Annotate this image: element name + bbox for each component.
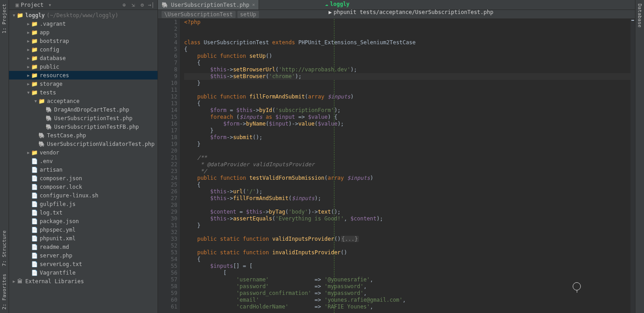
project-sidebar: ▣ Project ▾ ⊕ ⇲ ⚙ →| ▼ 📁 loggly (~/Deskt… <box>9 0 158 313</box>
file-icon: 📄 <box>31 227 38 233</box>
gutter-line: 55 <box>158 263 177 270</box>
gutter-line: 8 <box>158 66 177 73</box>
tree-item-label: resources <box>40 72 69 79</box>
gutter-line: 11 <box>158 87 177 93</box>
project-path: (~/Desktop/www/loggly) <box>46 12 118 19</box>
tree-item[interactable]: 📄log.txt <box>9 208 158 217</box>
tree-item-label: server.php <box>40 252 72 259</box>
file-icon: 🐘 <box>45 115 52 121</box>
dropdown-icon[interactable]: ▾ <box>46 1 54 9</box>
file-icon: 🐘 <box>45 107 52 113</box>
tree-item-label: app <box>40 29 50 36</box>
gutter-line: 16 <box>158 121 177 127</box>
gear-icon[interactable]: ⚙ <box>139 1 146 9</box>
code[interactable]: <?php class UserSubscriptionTest extends… <box>181 19 635 313</box>
gutter-line: 24 <box>158 175 177 182</box>
gutter-line: 53 <box>158 249 177 256</box>
tree-item[interactable]: 📄gulpfile.js <box>9 200 158 208</box>
gutter-line: 17 <box>158 127 177 134</box>
tree-item[interactable]: 📄phpspec.yml <box>9 225 158 234</box>
left-rail-favorites[interactable]: 2: Favorites <box>0 270 8 313</box>
tree-item[interactable]: ▶📁vendor <box>9 148 158 157</box>
gutter-line: 22 <box>158 161 177 168</box>
gutter-line: 2 <box>158 26 177 33</box>
tree-item[interactable]: 🐘UserSubscriptionValidatorTest.php <box>9 140 158 148</box>
tree-arrow-icon[interactable]: ▶ <box>26 56 31 61</box>
file-icon: 📄 <box>31 167 38 173</box>
tree-item-label: UserSubscriptionValidatorTest.php <box>47 141 154 147</box>
tree-item-label: composer.json <box>40 175 82 182</box>
left-rail-structure[interactable]: 7: Structure <box>0 227 8 270</box>
file-icon: 📄 <box>31 235 38 242</box>
breadcrumb-class[interactable]: \UserSubscriptionTest <box>162 11 236 18</box>
tab-label: UserSubscriptionTest.php <box>171 2 249 8</box>
tree-item[interactable]: 📄.env <box>9 157 158 165</box>
tree-arrow-icon[interactable]: ▶ <box>26 30 31 35</box>
file-icon: 📄 <box>31 270 38 276</box>
tree-item[interactable]: 📄package.json <box>9 217 158 225</box>
tree-item[interactable]: 📄phpunit.xml <box>9 234 158 243</box>
gutter-line: 21 <box>158 154 177 161</box>
tree-item[interactable]: 📄serverLog.txt <box>9 260 158 268</box>
project-tree[interactable]: ▼ 📁 loggly (~/Desktop/www/loggly) ▶📁.vag… <box>9 10 158 313</box>
tree-item[interactable]: 🐘TestCase.php <box>9 131 158 140</box>
folder-icon: 📁 <box>31 72 38 79</box>
collapse-icon[interactable]: ⇲ <box>130 1 137 9</box>
cursor-indicator <box>573 282 581 290</box>
file-icon: 📄 <box>31 218 38 224</box>
minimap[interactable] <box>630 19 635 313</box>
tree-arrow-icon[interactable]: ▶ <box>26 47 31 52</box>
tree-arrow-icon[interactable]: ▶ <box>26 73 31 78</box>
tree-item[interactable]: 📄configure-linux.sh <box>9 191 158 200</box>
tree-arrow-icon[interactable]: ▼ <box>33 99 38 103</box>
gutter-line: 56 <box>158 270 177 276</box>
tree-item[interactable]: ▶📁database <box>9 54 158 62</box>
file-icon: 📄 <box>31 261 38 267</box>
tree-arrow-icon[interactable]: ▶ <box>26 22 31 26</box>
tree-item[interactable]: ▶📁bootstrap <box>9 37 158 45</box>
tree-item[interactable]: 📄server.php <box>9 251 158 260</box>
tree-item[interactable]: ▶📁resources <box>9 71 158 79</box>
tree-item[interactable]: 📄Vagrantfile <box>9 268 158 277</box>
tree-item[interactable]: 📄readme.md <box>9 243 158 251</box>
tree-item[interactable]: ▶📁storage <box>9 79 158 88</box>
hide-icon[interactable]: →| <box>148 1 155 9</box>
tree-item-label: phpunit.xml <box>40 235 75 242</box>
tree-external-libs[interactable]: ▶ 🏛 External Libraries <box>9 277 158 285</box>
tree-item[interactable]: ▶📁public <box>9 62 158 71</box>
tree-item-label: .vagrant <box>40 21 66 27</box>
tree-arrow-icon[interactable]: ▶ <box>26 65 31 69</box>
tree-item-label: phpspec.yml <box>40 227 75 233</box>
gutter-line: 19 <box>158 141 177 148</box>
target-icon[interactable]: ⊕ <box>120 1 128 9</box>
tree-arrow-icon[interactable]: ▶ <box>26 150 31 155</box>
gutter-line: 9 <box>158 73 177 80</box>
tree-item[interactable]: ▼📁acceptance <box>9 97 158 105</box>
file-icon: 📄 <box>31 175 38 182</box>
tree-item-label: configure-linux.sh <box>40 192 98 199</box>
editor[interactable]: 1234567891011121314151617181920212223242… <box>158 19 635 313</box>
tree-arrow-icon[interactable]: ▼ <box>26 90 31 95</box>
tree-item[interactable]: 🐘UserSubscriptionTestFB.php <box>9 122 158 131</box>
tree-arrow-icon[interactable]: ▶ <box>26 39 31 43</box>
tree-item[interactable]: ▶📁app <box>9 28 158 37</box>
right-rail-database[interactable]: Database <box>636 0 644 31</box>
left-rail-project[interactable]: 1: Project <box>0 0 8 37</box>
tree-root[interactable]: ▼ 📁 loggly (~/Desktop/www/loggly) <box>9 11 158 19</box>
tree-item[interactable]: 🐘UserSubscriptionTest.php <box>9 114 158 122</box>
tab-file[interactable]: 🐘 UserSubscriptionTest.php × <box>158 0 259 9</box>
folder-icon: 📁 <box>38 98 45 104</box>
tree-arrow-icon[interactable]: ▶ <box>26 82 31 86</box>
tree-item[interactable]: 📄artisan <box>9 165 158 174</box>
tree-item[interactable]: 📄composer.json <box>9 174 158 182</box>
gutter-line: 27 <box>158 195 177 202</box>
gutter-line: 20 <box>158 148 177 154</box>
tree-item[interactable]: 📄composer.lock <box>9 182 158 191</box>
tree-item[interactable]: ▶📁config <box>9 45 158 54</box>
file-icon: 📄 <box>31 201 38 207</box>
tree-item[interactable]: ▶📁.vagrant <box>9 19 158 28</box>
breadcrumb-method[interactable]: setUp <box>237 11 259 18</box>
tree-item[interactable]: ▼📁tests <box>9 88 158 97</box>
close-icon[interactable]: × <box>252 2 255 8</box>
tree-item[interactable]: 🐘DragAndDropCartTest.php <box>9 105 158 114</box>
